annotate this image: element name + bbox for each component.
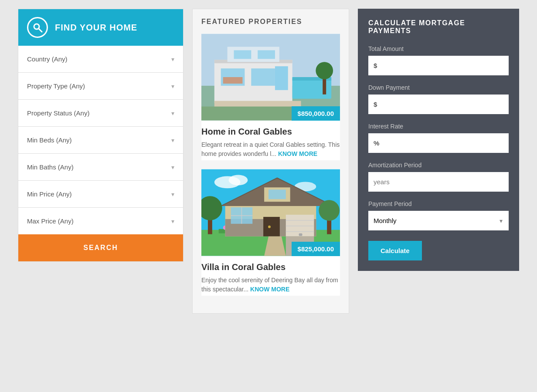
interest-rate-prefix: % <box>374 139 379 147</box>
property-card-1: $850,000.00 Home in Coral Gables Elegant… <box>201 34 340 160</box>
property-info-2: Villa in Coral Gables Enjoy the cool ser… <box>201 256 340 296</box>
interest-rate-group: Interest Rate % <box>368 123 509 153</box>
chevron-down-icon-1: ▾ <box>171 83 174 90</box>
svg-rect-13 <box>234 50 252 59</box>
svg-rect-36 <box>268 189 286 199</box>
chevron-down-icon-0: ▾ <box>171 56 174 63</box>
filter-label-6: Max Price (Any) <box>27 217 74 225</box>
svg-rect-42 <box>263 217 280 237</box>
total-amount-group: Total Amount $ <box>368 45 509 75</box>
svg-point-21 <box>229 175 248 186</box>
property-desc-2: Enjoy the cool serenity of Deering Bay a… <box>201 276 340 294</box>
search-icon <box>32 22 43 33</box>
property-card-2: $825,000.00 Villa in Coral Gables Enjoy … <box>201 169 340 296</box>
search-header: FIND YOUR HOME <box>18 9 183 46</box>
svg-rect-8 <box>251 68 275 86</box>
total-amount-input[interactable] <box>368 56 509 75</box>
down-payment-group: Down Payment $ <box>368 84 509 114</box>
svg-rect-12 <box>214 101 301 108</box>
chevron-down-icon-6: ▾ <box>171 218 174 225</box>
price-badge-1: $850,000.00 <box>292 106 340 121</box>
amortization-period-label: Amortization Period <box>368 162 509 169</box>
total-amount-input-wrap: $ <box>368 56 509 75</box>
down-payment-input-wrap: $ <box>368 95 509 114</box>
featured-title: FEATURED PROPERTIES <box>201 18 340 26</box>
filter-label-5: Min Price (Any) <box>27 190 72 198</box>
svg-rect-9 <box>275 66 288 90</box>
property-info-1: Home in Coral Gables Elegant retreat in … <box>201 121 340 160</box>
total-amount-label: Total Amount <box>368 45 509 52</box>
chevron-down-icon-3: ▾ <box>171 137 174 144</box>
property-desc-1: Elegant retreat in a quiet Coral Gables … <box>201 140 340 159</box>
filter-label-0: Country (Any) <box>27 55 68 63</box>
filter-label-1: Property Type (Any) <box>27 82 85 90</box>
search-header-title: FIND YOUR HOME <box>55 23 137 33</box>
total-amount-prefix: $ <box>374 62 377 69</box>
calculator-title: CALCULATE MORTGAGE PAYMENTS <box>368 19 509 35</box>
amortization-period-input-wrap <box>368 172 509 192</box>
filter-label-4: Min Baths (Any) <box>27 163 74 171</box>
featured-properties-panel: FEATURED PROPERTIES <box>192 9 349 314</box>
payment-period-select[interactable]: Monthly Weekly Bi-Weekly Semi-Monthly <box>368 211 509 230</box>
payment-period-label: Payment Period <box>368 200 509 207</box>
filter-label-2: Property Status (Any) <box>27 109 89 117</box>
property-type-filter[interactable]: Property Type (Any) ▾ <box>18 73 183 100</box>
country-filter[interactable]: Country (Any) ▾ <box>18 46 183 73</box>
down-payment-input[interactable] <box>368 95 509 114</box>
interest-rate-input-wrap: % <box>368 133 509 153</box>
down-payment-prefix: $ <box>374 101 377 108</box>
search-button[interactable]: SEARCH <box>18 234 183 261</box>
property-name-1: Home in Coral Gables <box>201 127 340 137</box>
filter-label-3: Min Beds (Any) <box>27 136 72 144</box>
min-beds-filter[interactable]: Min Beds (Any) ▾ <box>18 127 183 154</box>
down-payment-label: Down Payment <box>368 84 509 91</box>
svg-point-16 <box>316 62 333 79</box>
property-image-1: $850,000.00 <box>201 34 340 121</box>
chevron-down-icon-5: ▾ <box>171 191 174 198</box>
calculate-button[interactable]: Calculate <box>368 241 422 260</box>
svg-point-43 <box>268 226 271 228</box>
svg-rect-18 <box>223 77 243 84</box>
interest-rate-input[interactable] <box>368 133 509 153</box>
max-price-filter[interactable]: Max Price (Any) ▾ <box>18 208 183 234</box>
payment-period-group: Payment Period Monthly Weekly Bi-Weekly … <box>368 200 509 230</box>
mortgage-calculator-panel: CALCULATE MORTGAGE PAYMENTS Total Amount… <box>358 9 519 271</box>
svg-rect-37 <box>286 215 314 237</box>
svg-point-50 <box>319 200 340 221</box>
know-more-link-1[interactable]: KNOW MORE <box>278 150 317 157</box>
know-more-link-2[interactable]: KNOW MORE <box>250 286 289 293</box>
min-baths-filter[interactable]: Min Baths (Any) ▾ <box>18 154 183 181</box>
min-price-filter[interactable]: Min Price (Any) ▾ <box>18 181 183 208</box>
property-name-2: Villa in Coral Gables <box>201 262 340 272</box>
chevron-down-icon-2: ▾ <box>171 110 174 117</box>
payment-period-select-wrap: Monthly Weekly Bi-Weekly Semi-Monthly ▾ <box>368 211 509 230</box>
search-icon-circle <box>27 17 48 38</box>
property-image-2: $825,000.00 <box>201 169 340 256</box>
property-status-filter[interactable]: Property Status (Any) ▾ <box>18 100 183 127</box>
svg-rect-14 <box>258 50 275 59</box>
amortization-period-input[interactable] <box>368 172 509 192</box>
svg-line-1 <box>39 29 42 32</box>
svg-rect-41 <box>299 233 302 236</box>
filters-container: Country (Any) ▾ Property Type (Any) ▾ Pr… <box>18 46 183 234</box>
price-badge-2: $825,000.00 <box>292 242 340 256</box>
search-panel: FIND YOUR HOME Country (Any) ▾ Property … <box>18 9 184 262</box>
interest-rate-label: Interest Rate <box>368 123 509 130</box>
chevron-down-icon-4: ▾ <box>171 164 174 171</box>
amortization-period-group: Amortization Period <box>368 162 509 192</box>
